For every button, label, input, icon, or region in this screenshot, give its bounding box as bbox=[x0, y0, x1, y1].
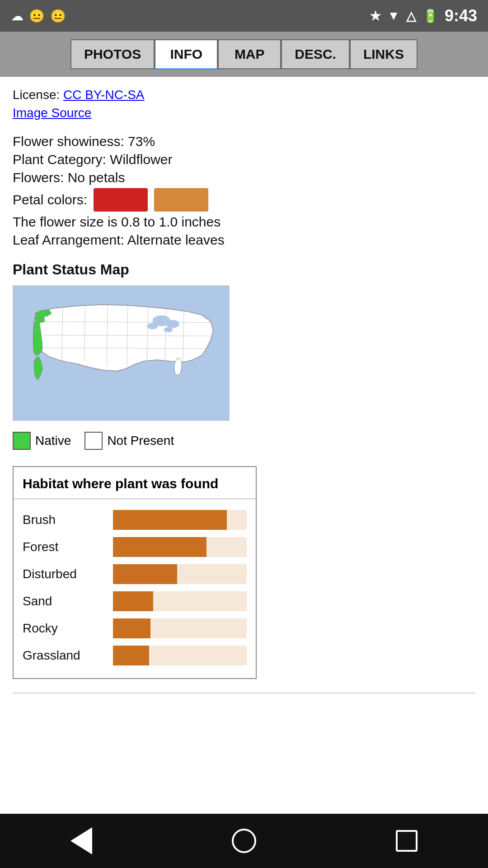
habitat-label-sand: Sand bbox=[23, 594, 104, 609]
legend-not-present: Not Present bbox=[84, 432, 174, 450]
habitat-row-brush: Brush bbox=[14, 506, 256, 533]
map-legend: Native Not Present bbox=[13, 432, 475, 450]
legend-native: Native bbox=[13, 432, 71, 450]
back-icon bbox=[70, 827, 92, 854]
svg-point-18 bbox=[147, 323, 158, 329]
bottom-divider bbox=[13, 693, 475, 693]
bottom-nav bbox=[0, 814, 488, 868]
habitat-bar-fill-grassland bbox=[113, 646, 149, 665]
habitat-bar-bg-grassland bbox=[113, 646, 247, 665]
habitat-bar-fill-sand bbox=[113, 591, 153, 611]
tab-links[interactable]: LINKS bbox=[350, 39, 418, 69]
petal-colors-line: Petal colors: bbox=[13, 188, 475, 212]
native-color-box bbox=[13, 432, 31, 450]
home-icon bbox=[232, 829, 256, 853]
tab-map[interactable]: MAP bbox=[218, 39, 281, 69]
recents-icon bbox=[396, 830, 418, 852]
license-line: License: CC BY-NC-SA bbox=[13, 88, 475, 102]
wifi-icon: ▼ bbox=[387, 9, 400, 23]
native-label: Native bbox=[35, 434, 71, 448]
status-bar: ☁ 😐 😐 ★ ▼ △ 🔋 9:43 bbox=[0, 0, 488, 32]
habitat-bar-fill-rocky bbox=[113, 618, 150, 638]
recents-button[interactable] bbox=[389, 823, 425, 859]
habitat-row-rocky: Rocky bbox=[14, 615, 256, 642]
us-map bbox=[13, 285, 230, 421]
image-source-link[interactable]: Image Source bbox=[13, 106, 475, 120]
plant-info-section: Flower showiness: 73% Plant Category: Wi… bbox=[13, 134, 475, 248]
flower-size: The flower size is 0.8 to 1.0 inches bbox=[13, 214, 475, 230]
habitat-label-disturbed: Disturbed bbox=[23, 567, 104, 581]
habitat-row-disturbed: Disturbed bbox=[14, 561, 256, 588]
license-label: License: bbox=[13, 88, 63, 102]
habitat-bar-bg-rocky bbox=[113, 618, 247, 638]
habitat-bar-fill-disturbed bbox=[113, 564, 177, 584]
flowers-info: Flowers: No petals bbox=[13, 170, 475, 185]
plant-status-map-title: Plant Status Map bbox=[13, 261, 475, 278]
habitat-label-brush: Brush bbox=[23, 513, 104, 527]
habitat-label-grassland: Grassland bbox=[23, 648, 104, 663]
habitat-table: Habitat where plant was found Brush Fore… bbox=[13, 466, 257, 679]
tab-photos[interactable]: PHOTOS bbox=[70, 39, 155, 69]
main-content: License: CC BY-NC-SA Image Source Flower… bbox=[0, 77, 488, 814]
bluetooth-icon: ★ bbox=[370, 9, 381, 24]
status-left-icons: ☁ 😐 😐 bbox=[11, 9, 66, 24]
habitat-bar-bg-brush bbox=[113, 510, 247, 530]
habitat-bar-fill-brush bbox=[113, 510, 227, 530]
petal-colors-label: Petal colors: bbox=[13, 192, 87, 208]
habitat-label-rocky: Rocky bbox=[23, 621, 104, 636]
license-link[interactable]: CC BY-NC-SA bbox=[63, 88, 144, 102]
tab-bar: PHOTOS INFO MAP DESC. LINKS bbox=[0, 32, 488, 77]
habitat-bar-fill-forest bbox=[113, 537, 206, 557]
habitat-row-sand: Sand bbox=[14, 588, 256, 615]
svg-point-17 bbox=[166, 320, 179, 328]
back-button[interactable] bbox=[63, 823, 99, 859]
leaf-arrangement: Leaf Arrangement: Alternate leaves bbox=[13, 232, 475, 248]
habitat-row-grassland: Grassland bbox=[14, 642, 256, 669]
habitat-row-forest: Forest bbox=[14, 533, 256, 561]
svg-point-19 bbox=[164, 327, 173, 332]
petal-color-1 bbox=[94, 188, 148, 212]
habitat-bar-bg-disturbed bbox=[113, 564, 247, 584]
tab-info[interactable]: INFO bbox=[155, 39, 218, 70]
flower-showiness: Flower showiness: 73% bbox=[13, 134, 475, 149]
not-present-label: Not Present bbox=[107, 434, 174, 448]
not-present-color-box bbox=[84, 432, 103, 450]
plant-category: Plant Category: Wildflower bbox=[13, 152, 475, 167]
battery-icon: 🔋 bbox=[422, 9, 438, 24]
habitat-bar-bg-forest bbox=[113, 537, 247, 557]
cloud-icon: ☁ bbox=[11, 9, 23, 24]
time-display: 9:43 bbox=[445, 6, 477, 25]
face-icon-1: 😐 bbox=[29, 9, 45, 24]
habitat-label-forest: Forest bbox=[23, 540, 104, 554]
habitat-bar-bg-sand bbox=[113, 591, 247, 611]
petal-color-2 bbox=[154, 188, 208, 212]
face-icon-2: 😐 bbox=[50, 9, 66, 24]
tab-desc[interactable]: DESC. bbox=[281, 39, 350, 69]
status-right-icons: ★ ▼ △ 🔋 9:43 bbox=[370, 6, 477, 25]
us-map-svg bbox=[13, 286, 229, 420]
home-button[interactable] bbox=[226, 823, 262, 859]
signal-icon: △ bbox=[406, 9, 416, 24]
habitat-title: Habitat where plant was found bbox=[14, 476, 256, 499]
